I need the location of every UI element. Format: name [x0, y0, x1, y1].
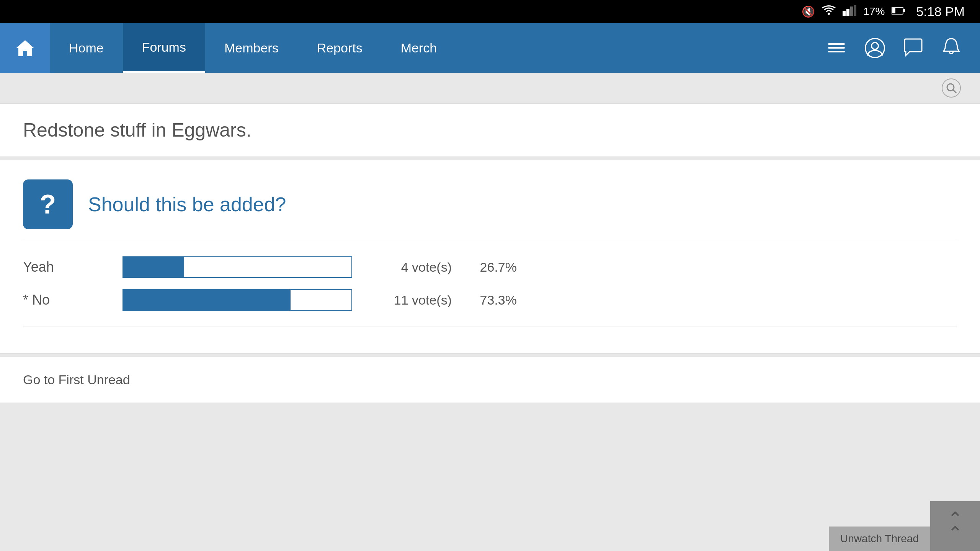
scroll-top-button[interactable]: ⌃ ⌃	[930, 501, 980, 551]
battery-icon	[892, 5, 905, 18]
navbar: Home Forums Members Reports Merch	[0, 23, 980, 73]
nav-item-members[interactable]: Members	[205, 23, 298, 73]
go-to-first-unread[interactable]: Go to First Unread	[23, 372, 130, 387]
poll-label-no: * No	[23, 292, 107, 308]
status-bar: 🔇 17%	[0, 0, 980, 23]
notification-icon[interactable]	[938, 34, 965, 61]
svg-rect-4	[854, 5, 856, 16]
poll-bar-no	[122, 289, 352, 311]
poll-row-yeah: Yeah 4 vote(s) 26.7%	[23, 256, 957, 278]
nav-right-icons	[823, 34, 980, 61]
account-icon[interactable]	[861, 34, 888, 61]
unwatch-thread-button[interactable]: Unwatch Thread	[829, 527, 930, 551]
scroll-top-arrow2: ⌃	[947, 524, 963, 543]
poll-votes-no: 11 vote(s)	[368, 293, 452, 308]
thread-title: Redstone stuff in Eggwars.	[23, 119, 957, 141]
poll-card: ? Should this be added? Yeah 4 vote(s) 2…	[0, 160, 980, 354]
nav-item-forums[interactable]: Forums	[123, 23, 205, 73]
wifi-icon	[822, 5, 836, 18]
svg-rect-2	[846, 9, 849, 16]
signal-icon	[843, 5, 856, 18]
poll-row-no: * No 11 vote(s) 73.3%	[23, 289, 957, 311]
poll-bar-fill-yeah	[123, 257, 184, 277]
svg-rect-7	[903, 9, 905, 12]
mute-icon: 🔇	[802, 5, 815, 18]
poll-percent-no: 73.3%	[467, 293, 517, 308]
svg-rect-1	[843, 11, 846, 16]
thread-title-card: Redstone stuff in Eggwars.	[0, 103, 980, 157]
poll-divider-top	[23, 241, 957, 241]
nav-item-merch[interactable]: Merch	[382, 23, 456, 73]
poll-votes-yeah: 4 vote(s)	[368, 260, 452, 275]
poll-bar-fill-no	[123, 290, 291, 310]
unwatch-thread-label: Unwatch Thread	[840, 533, 919, 545]
poll-label-yeah: Yeah	[23, 259, 107, 275]
nav-item-home[interactable]: Home	[50, 23, 123, 73]
chat-icon[interactable]	[900, 34, 926, 61]
search-area	[0, 73, 980, 103]
poll-percent-yeah: 26.7%	[467, 260, 517, 275]
svg-line-11	[953, 90, 956, 93]
svg-rect-6	[892, 8, 895, 13]
poll-icon: ?	[23, 179, 73, 229]
poll-bar-empty-no	[291, 290, 351, 310]
svg-point-9	[871, 42, 878, 49]
status-icons: 🔇 17%	[802, 4, 965, 19]
svg-point-0	[828, 13, 830, 15]
svg-point-8	[865, 38, 884, 57]
menu-icon[interactable]	[823, 34, 850, 61]
poll-divider-bottom	[23, 326, 957, 326]
poll-question: Should this be added?	[88, 193, 286, 216]
status-time: 5:18 PM	[916, 4, 965, 19]
poll-bar-empty-yeah	[184, 257, 351, 277]
nav-home-icon[interactable]	[0, 23, 50, 73]
poll-bar-yeah	[122, 256, 352, 278]
poll-header: ? Should this be added?	[23, 179, 957, 229]
svg-rect-3	[850, 7, 853, 16]
search-button[interactable]	[942, 78, 961, 98]
battery-level: 17%	[863, 5, 885, 18]
nav-item-reports[interactable]: Reports	[298, 23, 382, 73]
bottom-bar: Go to First Unread Unwatch Thread ⌃ ⌃	[0, 357, 980, 403]
